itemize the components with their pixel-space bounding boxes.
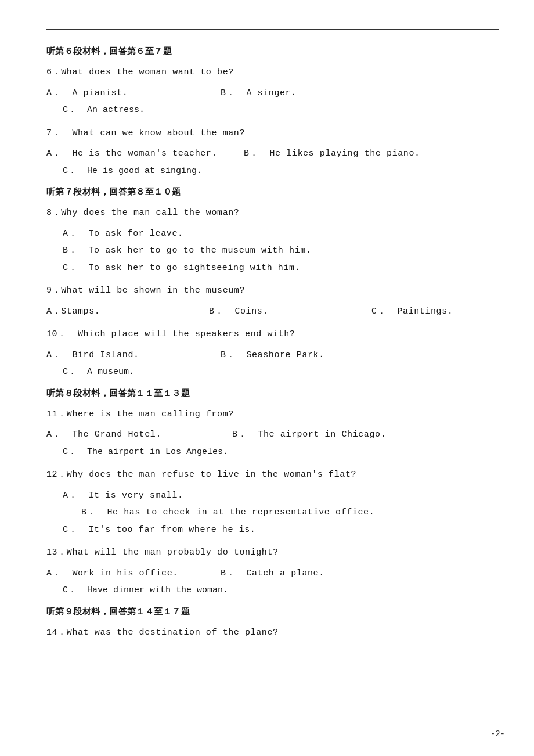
top-divider (46, 29, 499, 30)
q8-option-a: A． To ask for leave. (46, 226, 499, 242)
question-11: 11．Where is the man calling from? (46, 407, 499, 422)
section7-heading: 听第７段材料，回答第８至１０题 (46, 186, 499, 197)
question-8: 8．Why does the man call the woman? (46, 206, 499, 221)
q6-option-a: A． A pianist. (46, 86, 221, 101)
q9-option-b: B． Coins. (209, 304, 371, 319)
q7-option-c: C． He is good at singing. (46, 164, 499, 179)
q7-option-b: B． He likes playing the piano. (244, 146, 420, 161)
question-10: 10． Which place will the speakers end wi… (46, 327, 499, 342)
q8-option-b: B． To ask her to go to the museum with h… (46, 243, 499, 258)
q12-option-c: C． It's too far from where he is. (46, 523, 499, 538)
question-7: 7． What can we know about the man? (46, 126, 499, 141)
q13-option-c: C． Have dinner with the woman. (46, 583, 499, 598)
q9-options: A．Stamps. B． Coins. C． Paintings. (46, 304, 499, 319)
question-6: 6．What does the woman want to be? (46, 65, 499, 80)
q10-options: A． Bird Island. B． Seashore Park. (46, 348, 499, 363)
q11-options: A． The Grand Hotel. B． The airport in Ch… (46, 427, 499, 442)
q11-option-a: A． The Grand Hotel. (46, 427, 232, 442)
q9-option-c: C． Paintings. (371, 304, 464, 319)
q6-options: A． A pianist. B． A singer. (46, 86, 499, 101)
q12-option-b: B． He has to check in at the representat… (46, 505, 499, 520)
q7-option-a: A． He is the woman's teacher. (46, 146, 244, 161)
question-12: 12．Why does the man refuse to live in th… (46, 467, 499, 483)
q10-option-c: C． A museum. (46, 365, 499, 380)
q11-option-b: B． The airport in Chicago. (232, 427, 395, 442)
page-number: -2- (490, 729, 505, 739)
q12-option-a: A． It is very small. (46, 488, 499, 503)
q13-option-a: A． Work in his office. (46, 566, 221, 581)
q8-option-c: C． To ask her to go sightseeing with him… (46, 261, 499, 276)
question-13: 13．What will the man probably do tonight… (46, 545, 499, 560)
q13-options: A． Work in his office. B． Catch a plane. (46, 566, 499, 581)
q9-option-a: A．Stamps. (46, 304, 209, 319)
q6-option-c: C． An actress. (46, 103, 499, 118)
q7-options: A． He is the woman's teacher. B． He like… (46, 146, 499, 161)
section6-heading: 听第６段材料，回答第６至７题 (46, 46, 499, 57)
q11-option-c: C． The airport in Los Angeles. (46, 445, 499, 460)
question-9: 9．What will be shown in the museum? (46, 283, 499, 298)
section9-heading: 听第９段材料，回答第１４至１７题 (46, 606, 499, 617)
q6-option-b: B． A singer. (221, 86, 366, 101)
question-14: 14．What was the destination of the plane… (46, 625, 499, 640)
q10-option-a: A． Bird Island. (46, 348, 221, 363)
q13-option-b: B． Catch a plane. (221, 566, 371, 581)
section8-heading: 听第８段材料，回答第１１至１３题 (46, 388, 499, 399)
q10-option-b: B． Seashore Park. (221, 348, 383, 363)
